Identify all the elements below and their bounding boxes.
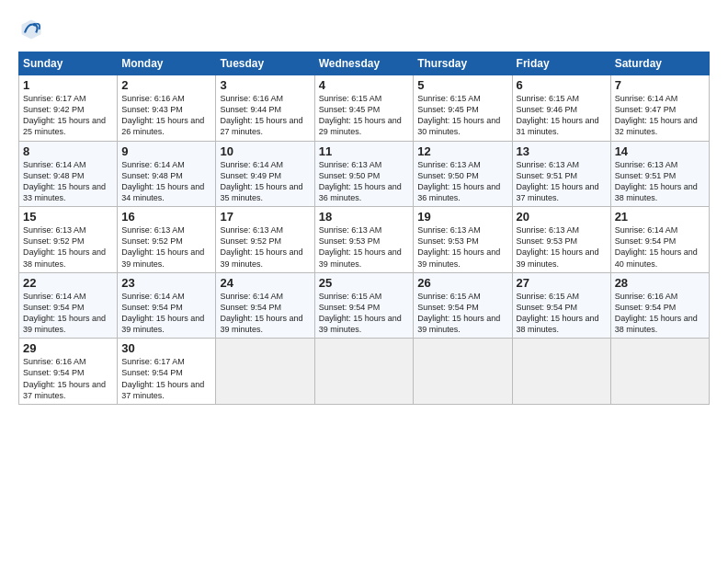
calendar-cell: 6Sunrise: 6:15 AMSunset: 9:46 PMDaylight…	[512, 75, 610, 142]
day-info: Sunrise: 6:15 AMSunset: 9:54 PMDaylight:…	[319, 291, 410, 336]
day-info: Sunrise: 6:14 AMSunset: 9:47 PMDaylight:…	[615, 93, 705, 138]
calendar-cell	[216, 339, 314, 405]
calendar-cell: 15Sunrise: 6:13 AMSunset: 9:52 PMDayligh…	[19, 207, 118, 273]
weekday-header: Thursday	[414, 52, 512, 75]
page: SundayMondayTuesdayWednesdayThursdayFrid…	[0, 0, 728, 563]
day-info: Sunrise: 6:16 AMSunset: 9:44 PMDaylight:…	[220, 93, 310, 138]
day-info: Sunrise: 6:13 AMSunset: 9:50 PMDaylight:…	[417, 159, 507, 204]
day-info: Sunrise: 6:14 AMSunset: 9:54 PMDaylight:…	[615, 224, 705, 270]
day-number: 3	[220, 78, 310, 92]
day-number: 12	[417, 144, 507, 158]
day-info: Sunrise: 6:13 AMSunset: 9:53 PMDaylight:…	[319, 224, 410, 270]
day-info: Sunrise: 6:14 AMSunset: 9:49 PMDaylight:…	[220, 159, 310, 204]
day-info: Sunrise: 6:13 AMSunset: 9:50 PMDaylight:…	[319, 159, 410, 204]
weekday-header: Monday	[118, 52, 216, 75]
day-info: Sunrise: 6:17 AMSunset: 9:54 PMDaylight:…	[121, 356, 211, 401]
calendar-cell: 8Sunrise: 6:14 AMSunset: 9:48 PMDaylight…	[19, 141, 118, 207]
day-number: 15	[23, 210, 113, 224]
calendar-cell	[610, 339, 709, 405]
day-info: Sunrise: 6:15 AMSunset: 9:45 PMDaylight:…	[417, 93, 507, 138]
day-number: 29	[23, 341, 113, 355]
weekday-header: Friday	[512, 52, 610, 75]
day-number: 17	[220, 210, 310, 224]
day-number: 6	[517, 78, 607, 92]
day-number: 28	[615, 276, 705, 290]
day-number: 24	[220, 276, 310, 290]
day-number: 5	[417, 78, 507, 92]
day-number: 23	[121, 276, 211, 290]
calendar-cell: 2Sunrise: 6:16 AMSunset: 9:43 PMDaylight…	[118, 75, 216, 142]
calendar-cell: 25Sunrise: 6:15 AMSunset: 9:54 PMDayligh…	[314, 272, 414, 339]
day-number: 8	[23, 144, 113, 158]
day-info: Sunrise: 6:13 AMSunset: 9:51 PMDaylight:…	[517, 159, 607, 204]
day-info: Sunrise: 6:13 AMSunset: 9:52 PMDaylight:…	[23, 224, 113, 270]
calendar-header-row: SundayMondayTuesdayWednesdayThursdayFrid…	[19, 52, 710, 75]
day-info: Sunrise: 6:16 AMSunset: 9:43 PMDaylight:…	[121, 93, 211, 138]
weekday-header: Saturday	[610, 52, 709, 75]
day-number: 25	[319, 276, 410, 290]
calendar-cell: 19Sunrise: 6:13 AMSunset: 9:53 PMDayligh…	[414, 207, 512, 273]
weekday-header: Wednesday	[314, 52, 414, 75]
day-info: Sunrise: 6:13 AMSunset: 9:52 PMDaylight:…	[220, 224, 310, 270]
calendar-table: SundayMondayTuesdayWednesdayThursdayFrid…	[18, 52, 710, 405]
day-info: Sunrise: 6:13 AMSunset: 9:53 PMDaylight:…	[417, 224, 507, 270]
day-info: Sunrise: 6:17 AMSunset: 9:42 PMDaylight:…	[23, 93, 113, 138]
calendar-cell: 17Sunrise: 6:13 AMSunset: 9:52 PMDayligh…	[216, 207, 314, 273]
day-number: 4	[319, 78, 410, 92]
day-info: Sunrise: 6:15 AMSunset: 9:45 PMDaylight:…	[319, 93, 410, 138]
calendar-cell: 3Sunrise: 6:16 AMSunset: 9:44 PMDaylight…	[216, 75, 314, 142]
calendar-cell: 9Sunrise: 6:14 AMSunset: 9:48 PMDaylight…	[118, 141, 216, 207]
day-number: 26	[417, 276, 507, 290]
day-number: 7	[615, 78, 705, 92]
calendar-week-row: 29Sunrise: 6:16 AMSunset: 9:54 PMDayligh…	[19, 339, 710, 405]
calendar-cell: 14Sunrise: 6:13 AMSunset: 9:51 PMDayligh…	[610, 141, 709, 207]
day-info: Sunrise: 6:15 AMSunset: 9:46 PMDaylight:…	[517, 93, 607, 138]
calendar-week-row: 1Sunrise: 6:17 AMSunset: 9:42 PMDaylight…	[19, 75, 710, 142]
day-number: 21	[615, 210, 705, 224]
day-number: 27	[517, 276, 607, 290]
day-info: Sunrise: 6:14 AMSunset: 9:48 PMDaylight:…	[23, 159, 113, 204]
day-info: Sunrise: 6:14 AMSunset: 9:54 PMDaylight:…	[220, 291, 310, 336]
calendar-cell: 5Sunrise: 6:15 AMSunset: 9:45 PMDaylight…	[414, 75, 512, 142]
day-info: Sunrise: 6:13 AMSunset: 9:53 PMDaylight:…	[517, 224, 607, 270]
calendar-cell: 29Sunrise: 6:16 AMSunset: 9:54 PMDayligh…	[19, 339, 118, 405]
day-info: Sunrise: 6:16 AMSunset: 9:54 PMDaylight:…	[615, 291, 705, 336]
calendar-cell: 21Sunrise: 6:14 AMSunset: 9:54 PMDayligh…	[610, 207, 709, 273]
calendar-cell	[314, 339, 414, 405]
day-info: Sunrise: 6:13 AMSunset: 9:51 PMDaylight:…	[615, 159, 705, 204]
calendar-cell: 13Sunrise: 6:13 AMSunset: 9:51 PMDayligh…	[512, 141, 610, 207]
day-number: 16	[121, 210, 211, 224]
logo	[18, 17, 48, 42]
day-info: Sunrise: 6:13 AMSunset: 9:52 PMDaylight:…	[121, 224, 211, 270]
day-number: 18	[319, 210, 410, 224]
calendar-cell: 16Sunrise: 6:13 AMSunset: 9:52 PMDayligh…	[118, 207, 216, 273]
calendar-cell: 24Sunrise: 6:14 AMSunset: 9:54 PMDayligh…	[216, 272, 314, 339]
day-info: Sunrise: 6:16 AMSunset: 9:54 PMDaylight:…	[23, 356, 113, 401]
day-number: 13	[517, 144, 607, 158]
calendar-week-row: 22Sunrise: 6:14 AMSunset: 9:54 PMDayligh…	[19, 272, 710, 339]
svg-point-1	[33, 23, 37, 27]
calendar-cell: 27Sunrise: 6:15 AMSunset: 9:54 PMDayligh…	[512, 272, 610, 339]
calendar-cell: 26Sunrise: 6:15 AMSunset: 9:54 PMDayligh…	[414, 272, 512, 339]
calendar-cell: 18Sunrise: 6:13 AMSunset: 9:53 PMDayligh…	[314, 207, 414, 273]
calendar-cell: 10Sunrise: 6:14 AMSunset: 9:49 PMDayligh…	[216, 141, 314, 207]
day-info: Sunrise: 6:15 AMSunset: 9:54 PMDaylight:…	[417, 291, 507, 336]
day-number: 1	[23, 78, 113, 92]
calendar-cell: 20Sunrise: 6:13 AMSunset: 9:53 PMDayligh…	[512, 207, 610, 273]
calendar-cell: 30Sunrise: 6:17 AMSunset: 9:54 PMDayligh…	[118, 339, 216, 405]
day-number: 22	[23, 276, 113, 290]
day-number: 14	[615, 144, 705, 158]
weekday-header: Tuesday	[216, 52, 314, 75]
day-info: Sunrise: 6:14 AMSunset: 9:48 PMDaylight:…	[121, 159, 211, 204]
day-number: 2	[121, 78, 211, 92]
calendar-cell: 7Sunrise: 6:14 AMSunset: 9:47 PMDaylight…	[610, 75, 709, 142]
calendar-cell: 28Sunrise: 6:16 AMSunset: 9:54 PMDayligh…	[610, 272, 709, 339]
calendar-cell	[512, 339, 610, 405]
day-info: Sunrise: 6:15 AMSunset: 9:54 PMDaylight:…	[517, 291, 607, 336]
calendar-cell: 23Sunrise: 6:14 AMSunset: 9:54 PMDayligh…	[118, 272, 216, 339]
calendar-cell: 11Sunrise: 6:13 AMSunset: 9:50 PMDayligh…	[314, 141, 414, 207]
calendar-cell: 4Sunrise: 6:15 AMSunset: 9:45 PMDaylight…	[314, 75, 414, 142]
day-number: 9	[121, 144, 211, 158]
day-info: Sunrise: 6:14 AMSunset: 9:54 PMDaylight:…	[121, 291, 211, 336]
day-number: 10	[220, 144, 310, 158]
